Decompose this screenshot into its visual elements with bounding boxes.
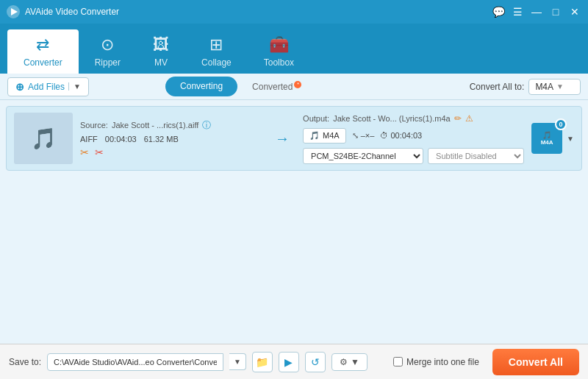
maximize-btn[interactable]: □: [548, 4, 563, 19]
resize-icon: ⤡: [352, 131, 359, 141]
file-meta-row: AIFF 00:04:03 61.32 MB: [80, 135, 262, 144]
nav-item-ripper[interactable]: ⊙ Ripper: [79, 29, 137, 74]
main-content: 🎵 Source: Jake Scott - ...rics(1).aiff ⓘ…: [0, 100, 588, 344]
output-file-icon[interactable]: 0 🎵 M4A: [531, 123, 562, 154]
mv-icon: 🖼: [153, 35, 169, 54]
file-duration: 00:04:03: [105, 135, 137, 144]
file-thumbnail: 🎵: [14, 113, 73, 164]
nav-item-toolbox[interactable]: 🧰 Toolbox: [248, 29, 310, 74]
add-files-button[interactable]: ⊕ Add Files ▼: [7, 77, 89, 96]
collage-icon: ⊞: [209, 35, 223, 54]
output-sub-row: PCM_S24BE-2Channel Subtitle Disabled: [303, 148, 524, 164]
save-path-dropdown-arrow[interactable]: ▼: [229, 353, 246, 370]
convert-arrow: →: [269, 130, 295, 147]
settings-gear-icon: ⚙: [340, 357, 348, 367]
nav-item-collage[interactable]: ⊞ Collage: [185, 29, 248, 74]
channel-selector[interactable]: PCM_S24BE-2Channel: [303, 148, 423, 164]
ripper-icon: ⊙: [101, 35, 114, 54]
subtitle-selector[interactable]: Subtitle Disabled: [428, 148, 524, 164]
file-item: 🎵 Source: Jake Scott - ...rics(1).aiff ⓘ…: [6, 106, 582, 171]
output-controls-row: 🎵 M4A ⤡ –×– ⏱ 00:04:03: [303, 128, 524, 144]
output-format-tag: M4A: [541, 139, 553, 146]
output-icon-music: 🎵: [542, 131, 551, 139]
nav-item-converter[interactable]: ⇄ Converter: [7, 29, 79, 74]
output-header-row: Output: Jake Scott - Wo... (Lyrics(1).m4…: [303, 113, 524, 124]
play-folder-button[interactable]: ▶: [279, 352, 299, 372]
add-files-dropdown-arrow[interactable]: ▼: [68, 82, 81, 91]
merge-checkbox-label: Merge into one file: [393, 357, 479, 367]
clock-icon: ⏱: [380, 131, 388, 140]
nav-label-converter: Converter: [24, 57, 62, 68]
title-bar: AVAide Video Converter 💬 ☰ — □ ✕: [0, 0, 588, 24]
convert-all-button[interactable]: Convert All: [492, 349, 579, 375]
output-format-display: 🎵 M4A: [303, 128, 346, 144]
output-edit-icon[interactable]: ✏: [454, 113, 462, 124]
plus-icon: ⊕: [15, 81, 24, 93]
source-label: Source:: [80, 121, 108, 130]
format-value: M4A: [535, 82, 553, 92]
convert-all-section: Convert All to: M4A ▼: [470, 79, 581, 95]
tab-converting[interactable]: Converting: [165, 77, 237, 96]
tab-group: Converting Converted*: [165, 77, 316, 96]
tab-converted-label: Converted: [252, 82, 293, 92]
right-arrow-icon: →: [275, 130, 290, 147]
nav-label-collage: Collage: [201, 57, 232, 68]
save-to-label: Save to:: [9, 357, 41, 367]
resolution-value: –×–: [361, 131, 375, 140]
output-format-label: M4A: [323, 131, 340, 140]
minimize-btn[interactable]: —: [529, 4, 544, 19]
merge-checkbox[interactable]: [393, 357, 403, 366]
scissors-icon[interactable]: ✂: [95, 146, 104, 158]
output-format-icon: 🎵: [309, 131, 320, 141]
file-format: AIFF: [80, 135, 98, 144]
app-title: AVAide Video Converter: [25, 7, 491, 17]
tab-converting-label: Converting: [180, 81, 223, 91]
source-filename: Jake Scott - ...rics(1).aiff: [112, 121, 198, 130]
toolbar: ⊕ Add Files ▼ Converting Converted* Conv…: [0, 74, 588, 100]
format-selector-arrow: ▼: [556, 82, 564, 91]
output-info-icon[interactable]: ⚠: [465, 113, 473, 124]
bottom-bar: Save to: ▼ 📁 ▶ ↺ ⚙ ▼ Merge into one file…: [0, 344, 588, 379]
converter-icon: ⇄: [36, 35, 49, 54]
menu-btn[interactable]: ☰: [510, 4, 525, 19]
output-badge: 0: [555, 118, 567, 130]
output-dropdown-arrow[interactable]: ▼: [567, 135, 574, 143]
duration-value: 00:04:03: [390, 131, 422, 140]
save-path-input[interactable]: [47, 353, 223, 371]
file-size: 61.32 MB: [144, 135, 179, 144]
output-filename: Jake Scott - Wo... (Lyrics(1).m4a: [333, 114, 451, 123]
file-source-row: Source: Jake Scott - ...rics(1).aiff ⓘ: [80, 119, 262, 132]
nav-label-mv: MV: [154, 57, 168, 68]
nav-label-toolbox: Toolbox: [264, 57, 294, 68]
file-actions-row: ✂ ✂: [80, 146, 262, 158]
output-duration: ⏱ 00:04:03: [380, 131, 422, 140]
toolbox-icon: 🧰: [269, 35, 289, 54]
refresh-button[interactable]: ↺: [305, 352, 326, 372]
cut-icon[interactable]: ✂: [80, 146, 89, 158]
nav-item-mv[interactable]: 🖼 MV: [137, 29, 185, 74]
settings-button[interactable]: ⚙ ▼: [331, 353, 368, 371]
tab-converted[interactable]: Converted*: [237, 77, 316, 96]
add-files-label: Add Files: [28, 82, 65, 92]
source-info-icon[interactable]: ⓘ: [202, 119, 211, 132]
nav-label-ripper: Ripper: [95, 57, 121, 68]
merge-label-text: Merge into one file: [406, 357, 479, 367]
message-btn[interactable]: 💬: [491, 4, 506, 19]
converted-badge: *: [294, 81, 301, 88]
output-section: Output: Jake Scott - Wo... (Lyrics(1).m4…: [303, 113, 524, 164]
settings-dropdown-arrow: ▼: [351, 357, 359, 367]
folder-button[interactable]: 📁: [252, 352, 273, 372]
window-controls: 💬 ☰ — □ ✕: [491, 4, 582, 19]
app-logo: [6, 4, 21, 19]
output-label: Output:: [303, 114, 329, 123]
nav-bar: ⇄ Converter ⊙ Ripper 🖼 MV ⊞ Collage 🧰 To…: [0, 24, 588, 74]
close-btn[interactable]: ✕: [567, 4, 582, 19]
file-info: Source: Jake Scott - ...rics(1).aiff ⓘ A…: [80, 119, 262, 158]
convert-all-text: Convert All to:: [470, 82, 525, 92]
output-resolution: ⤡ –×–: [352, 131, 375, 141]
format-selector[interactable]: M4A ▼: [528, 79, 581, 95]
audio-file-icon: 🎵: [31, 127, 57, 151]
